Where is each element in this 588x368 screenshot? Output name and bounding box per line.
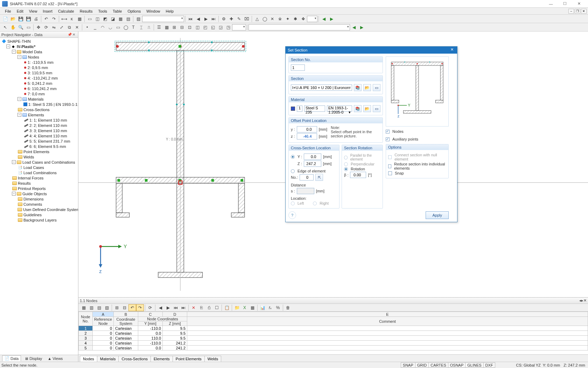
tree-element[interactable]: 3: 3; Element 110 mm [0,128,78,133]
toggle-project[interactable]: − [6,45,10,48]
col-C[interactable]: C [138,312,163,317]
tb-shape2[interactable]: ◯ [261,15,268,22]
tb-nav-first[interactable]: ⏮ [187,15,194,22]
tb-undo[interactable]: ↶ [42,15,50,22]
toggle-nodes[interactable]: − [18,55,21,59]
tb-shape6[interactable]: ✱ [292,15,299,22]
tree-node[interactable]: 1: -110,9.5 mm [0,60,78,65]
tb2-move[interactable]: ✥ [35,24,42,31]
status-grid[interactable]: GRID [415,362,429,368]
col-E[interactable]: E [187,312,588,317]
tt-21[interactable]: 📊 [259,304,266,311]
tb-sel5[interactable]: ▦ [117,15,124,22]
tree-element[interactable]: 6: 6; Element 9.5 mm [0,144,78,149]
tb2-g6[interactable]: ◫ [194,24,201,31]
dialog-close-icon[interactable]: ✕ [449,47,455,53]
tb2-n2[interactable]: ⎯ [91,24,99,31]
tb-redo[interactable]: ↷ [50,15,58,22]
tb2-green-next[interactable]: ▶ [358,24,365,31]
chk-snap[interactable] [388,171,392,175]
tb-dim[interactable]: ⟷ [60,15,68,22]
chk-aux[interactable] [386,137,390,141]
nav-tab-views[interactable]: ▲Views [46,356,65,361]
tb-combo1[interactable] [142,16,184,22]
tree-nodes[interactable]: Nodes [28,55,39,59]
tb-green-prev[interactable]: ◀ [320,15,328,22]
tb2-n4[interactable]: ◡ [106,24,114,31]
tb-save[interactable]: 💾 [17,15,24,22]
tt-11[interactable]: ▶ [164,304,172,311]
tb2-green-prev[interactable]: ◀ [350,24,358,31]
menu-options[interactable]: Options [125,8,144,14]
tab-materials[interactable]: Materials [97,356,119,362]
tb2-g1[interactable]: ☰ [155,24,163,31]
col-D[interactable]: D [163,312,187,317]
col-ref[interactable]: ReferenceNode [93,317,114,326]
tb2-zoom[interactable]: 🔍 [17,24,24,31]
tb2-n7[interactable]: T [130,24,137,31]
tb-shape1[interactable]: △ [253,15,261,22]
tree-elements[interactable]: Elements [28,113,44,117]
col-A[interactable]: A [93,312,114,317]
mdi-minimize[interactable]: – [568,9,574,14]
tree-ucs[interactable]: User-Defined Coordinate Systems [0,207,78,212]
toggle-lcc[interactable]: − [12,160,16,164]
tab-cross-sections[interactable]: Cross-Sections [118,356,151,362]
section-combo[interactable] [291,84,352,91]
menu-results[interactable]: Results [77,8,96,14]
tt-fx[interactable]: fₓ [266,304,274,311]
menu-tools[interactable]: Tools [95,8,110,14]
tt-18[interactable]: 📋 [223,304,231,311]
menu-window[interactable]: Window [144,8,163,14]
dialog-titlebar[interactable]: Set Section ✕ [286,47,457,54]
tb-nav-prev[interactable]: ◀ [194,15,202,22]
beta-input[interactable] [350,172,366,178]
tree-node[interactable]: 6: 110,241.2 mm [0,86,78,91]
tb2-n1[interactable]: • [83,24,91,31]
tree-node[interactable]: 3: 110,9.5 mm [0,70,78,75]
status-cartes[interactable]: CARTES [428,362,448,368]
tb-sel4[interactable]: ◪ [109,15,117,22]
nav-tab-data[interactable]: 📄Data [2,355,21,361]
tree-node[interactable]: 2: 0,9.5 mm [0,65,78,70]
tb-sel1[interactable]: ▭ [86,15,93,22]
tb-opt4[interactable]: ⌧ [243,15,251,22]
tree-element[interactable]: 5: 5; Element 231.7 mm [0,138,78,144]
material-lib-icon[interactable]: 📚 [354,105,362,112]
material-open-icon[interactable]: 📂 [363,105,371,112]
tb2-g4[interactable]: ⊟ [178,24,186,31]
table-close-icon[interactable]: ✕ [583,298,587,303]
section-edit-icon[interactable]: ▭ [373,84,380,91]
col-coord[interactable]: CoordinateSystem [114,317,138,326]
tb-opt2[interactable]: ✚ [227,15,235,22]
section-no-input[interactable] [291,64,305,71]
pick-element-icon[interactable]: ⇱ [315,174,323,181]
tb-shape4[interactable]: ※ [276,15,284,22]
tree-load-cases[interactable]: 📑Load Cases [0,165,78,170]
tree-point-elements[interactable]: Point Elements [0,149,78,154]
menu-insert[interactable]: Insert [40,8,55,14]
status-osnap[interactable]: OSNAP [448,362,466,368]
table-grid[interactable]: NodeNo. A B C D E ReferenceNode Coordina… [78,312,588,355]
tab-nodes[interactable]: Nodes [80,356,97,362]
tb2-scale[interactable]: ⤢ [58,24,65,31]
radio-Y[interactable] [291,155,295,159]
tb-shape5[interactable]: ✦ [284,15,292,22]
menu-table[interactable]: Table [110,8,125,14]
tree-internal-forces[interactable]: Internal Forces [0,175,78,180]
minimize-button[interactable]: — [544,0,558,8]
toggle-elements[interactable]: − [18,113,21,117]
status-snap[interactable]: SNAP [401,362,415,368]
tree-node[interactable]: 7: 0,0 mm [0,91,78,96]
tb2-g9[interactable]: ◲ [217,24,224,31]
tb2-cursor[interactable]: ↖ [1,24,9,31]
col-Z[interactable]: Z [mm] [163,321,187,326]
csl-Z-input[interactable] [304,161,321,167]
nav-pin-icon[interactable]: 📌 [68,33,72,37]
tt-3[interactable]: ▤ [95,304,103,311]
nav-tab-display[interactable]: 🖥Display [22,356,44,361]
tree-printout[interactable]: Printout Reports [0,186,78,191]
material-code-combo[interactable]: EN 1993-1-1:2005-0▾ [327,105,352,112]
tb2-n5[interactable]: ▭ [114,24,122,31]
section-lib-icon[interactable]: 📚 [354,84,362,91]
